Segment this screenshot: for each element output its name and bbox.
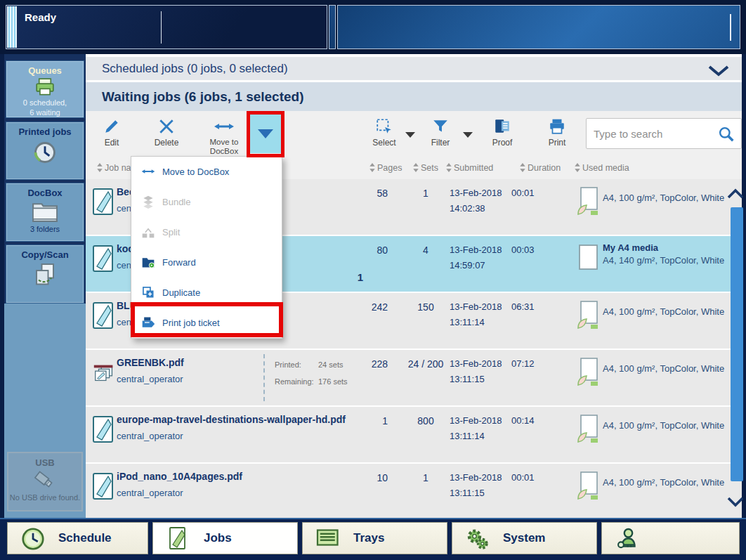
tab-system[interactable]: System <box>452 522 597 554</box>
scheduled-jobs-header[interactable]: Scheduled jobs (0 jobs, 0 selected) <box>86 57 742 80</box>
menu-item-bundle: Bundle <box>131 187 282 217</box>
printer-icon <box>548 117 566 136</box>
queues-label: Queues <box>6 65 84 76</box>
x-delete-icon <box>157 117 176 136</box>
history-clock-icon <box>32 139 58 166</box>
job-duration: 06:31 <box>511 301 535 312</box>
proof-document-icon <box>493 117 511 136</box>
job-submitted-date: 13-Feb-2018 <box>450 415 502 426</box>
document-icon <box>91 472 115 502</box>
operator-key-icon <box>615 526 640 552</box>
column-header-pages[interactable]: Pages <box>369 163 402 173</box>
job-name: GREENBK.pdf <box>117 357 184 368</box>
job-submitted-date: 13-Feb-2018 <box>450 472 502 483</box>
job-duration: 00:14 <box>511 415 535 426</box>
tab-jobs[interactable]: Jobs <box>152 522 298 554</box>
usb-stick-icon <box>33 470 57 491</box>
waiting-jobs-header[interactable]: Waiting jobs (6 jobs, 1 selected) <box>86 82 742 111</box>
bottom-tab-bar: Schedule Jobs Trays System <box>0 518 746 560</box>
column-header-submitted[interactable]: Submitted <box>446 163 493 173</box>
delete-button[interactable]: Delete <box>150 117 183 148</box>
split-icon <box>141 225 155 239</box>
job-media: My A4 media A4, 140 g/m², TopColor, Whit… <box>603 242 724 267</box>
tab-trays[interactable]: Trays <box>302 522 447 554</box>
scroll-down-icon[interactable] <box>726 492 745 512</box>
printer-status-panel: Ready <box>6 5 327 49</box>
select-button[interactable]: Select <box>367 117 402 148</box>
print-button[interactable]: Print <box>541 117 573 148</box>
usb-status: No USB drive found. <box>8 493 81 502</box>
menu-item-forward[interactable]: Forward <box>131 247 282 278</box>
menu-item-label: Forward <box>162 247 196 278</box>
scheduled-jobs-title: Scheduled jobs (0 jobs, 0 selected) <box>102 62 288 75</box>
job-sets: 800 <box>403 415 448 426</box>
chevron-down-icon[interactable] <box>708 65 729 77</box>
scroll-up-icon[interactable] <box>726 185 745 203</box>
printed-jobs-label: Printed jobs <box>6 126 84 137</box>
edit-button[interactable]: Edit <box>96 117 128 148</box>
media-name: My A4 media <box>603 242 724 254</box>
pencil-icon <box>103 117 121 136</box>
filter-caret-icon[interactable] <box>463 132 473 138</box>
job-duration: 00:01 <box>511 188 535 198</box>
job-name: europe-map-travel-destinations-wallpaper… <box>117 414 346 425</box>
bundle-icon <box>141 195 155 209</box>
search-input[interactable] <box>592 119 712 148</box>
scrollbar-thumb[interactable] <box>731 207 743 481</box>
job-row[interactable]: europe-map-travel-destinations-wallpaper… <box>86 407 742 462</box>
menu-item-label: Move to DocBox <box>162 157 229 187</box>
printed-info: Printed: 24 sets Remaining: 176 sets <box>263 354 348 401</box>
sidebar-item-printed-jobs[interactable]: Printed jobs <box>6 122 84 180</box>
job-sets: 1 <box>403 188 448 199</box>
sort-icon <box>413 163 419 172</box>
job-row[interactable]: GREENBK.pdf central_operator Printed: 24… <box>86 350 742 405</box>
job-name: iPod_nano_10A4pages.pdf <box>117 471 242 482</box>
column-header-used-media[interactable]: Used media <box>575 163 629 173</box>
proof-button[interactable]: Proof <box>486 117 518 148</box>
sidebar-item-docbox[interactable]: DocBox 3 folders <box>6 183 84 242</box>
tab-label: Schedule <box>58 523 112 554</box>
column-header-duration[interactable]: Duration <box>520 163 561 173</box>
copy-scan-label: Copy/Scan <box>6 249 84 260</box>
column-header-sets[interactable]: Sets <box>413 163 438 173</box>
select-caret-icon[interactable] <box>405 132 415 138</box>
sidebar-item-copy-scan[interactable]: Copy/Scan <box>6 245 84 304</box>
sidebar-item-queues[interactable]: Queues 0 scheduled, 6 waiting <box>6 60 84 118</box>
search-magnifier-icon[interactable] <box>717 125 735 143</box>
media-eco-icon <box>576 186 600 217</box>
annotation-red-box-dropdown <box>247 111 284 157</box>
job-duration: 07:12 <box>511 358 535 369</box>
filter-label: Filter <box>431 138 450 148</box>
job-row[interactable]: iPod_nano_10A4pages.pdf central_operator… <box>86 464 742 519</box>
remaining-label: Remaining: <box>275 377 314 386</box>
media-eco-icon <box>576 471 600 502</box>
job-submitted-date: 13-Feb-2018 <box>450 358 502 369</box>
job-pages: 242 <box>340 301 388 313</box>
status-bar: Ready <box>0 0 746 54</box>
menu-item-split: Split <box>131 217 282 247</box>
copy-scan-icon <box>32 262 58 287</box>
job-pages: 10 <box>340 472 388 483</box>
menu-item-label: Bundle <box>162 187 190 217</box>
move-to-docbox-button[interactable]: Move to DocBox <box>199 117 249 156</box>
media-description: A4, 100 g/m², TopColor, White <box>603 419 724 432</box>
login-button[interactable] <box>601 522 740 554</box>
media-description: A4, 100 g/m², TopColor, White <box>603 476 724 489</box>
job-duration: 00:03 <box>511 245 535 255</box>
timeline-marker <box>730 14 731 41</box>
tab-label: Jobs <box>204 523 232 554</box>
job-media: A4, 100 g/m², TopColor, White <box>603 476 724 489</box>
sort-icon <box>575 163 580 172</box>
status-divider <box>161 11 162 44</box>
select-label: Select <box>372 138 395 148</box>
job-submitted-time: 13:11:14 <box>450 317 485 327</box>
job-pages: 1 <box>340 415 388 426</box>
filter-button[interactable]: Filter <box>424 117 457 148</box>
job-pages: 58 <box>340 188 388 199</box>
menu-item-move-to-docbox[interactable]: Move to DocBox <box>131 157 282 187</box>
job-submitted-time: 13:11:14 <box>450 431 485 441</box>
tab-schedule[interactable]: Schedule <box>7 522 148 554</box>
media-description: A4, 100 g/m², TopColor, White <box>603 363 724 375</box>
media-description: A4, 100 g/m², TopColor, White <box>603 192 724 204</box>
media-eco-icon <box>576 357 600 388</box>
